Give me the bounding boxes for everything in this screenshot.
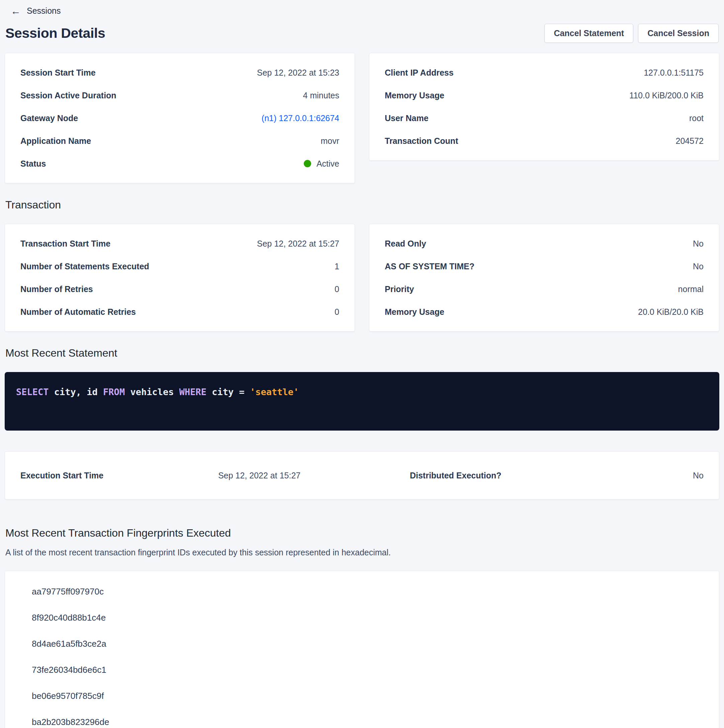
kv-label: Number of Automatic Retries: [20, 307, 136, 317]
transaction-count-row: Transaction Count 204572: [385, 136, 704, 145]
transaction-right-card: Read Only No AS OF SYSTEM TIME? No Prior…: [369, 224, 719, 332]
status-row: Status Active: [20, 159, 339, 168]
kv-label: Number of Statements Executed: [20, 262, 149, 271]
sql-token: SELECT: [16, 387, 49, 397]
statements-executed-row: Number of Statements Executed 1: [20, 262, 339, 271]
kv-value: 110.0 KiB/200.0 KiB: [629, 91, 704, 100]
sql-token: city =: [207, 387, 250, 397]
kv-value: normal: [678, 284, 704, 294]
kv-value: root: [689, 113, 704, 123]
execution-summary-card: Execution Start Time Sep 12, 2022 at 15:…: [5, 451, 719, 500]
kv-value: 4 minutes: [303, 91, 339, 100]
sql-token: vehicles: [125, 387, 179, 397]
status-active-dot: [304, 160, 311, 167]
sql-statement-box: SELECT city, id FROM vehicles WHERE city…: [5, 372, 719, 431]
read-only-row: Read Only No: [385, 239, 704, 248]
kv-label: Execution Start Time: [20, 470, 103, 480]
as-of-system-time-row: AS OF SYSTEM TIME? No: [385, 262, 704, 271]
transaction-left-card: Transaction Start Time Sep 12, 2022 at 1…: [5, 224, 355, 332]
sql-token: 'seattle': [250, 387, 299, 397]
sql-token: WHERE: [179, 387, 207, 397]
header-actions: Cancel Statement Cancel Session: [544, 24, 719, 43]
kv-label: Client IP Address: [385, 68, 454, 77]
fingerprint-id: ba2b203b823296de: [32, 717, 704, 727]
client-ip-row: Client IP Address 127.0.0.1:51175: [385, 68, 704, 77]
retries-row: Number of Retries 0: [20, 284, 339, 294]
back-arrow-icon[interactable]: ←: [11, 6, 21, 16]
memory-usage-row: Memory Usage 110.0 KiB/200.0 KiB: [385, 91, 704, 100]
fingerprint-id: 73fe26034bd6e6c1: [32, 665, 704, 675]
kv-value: Sep 12, 2022 at 15:27: [218, 470, 300, 480]
cancel-statement-button[interactable]: Cancel Statement: [544, 24, 633, 43]
kv-label: Number of Retries: [20, 284, 93, 294]
fingerprint-id: 8f920c40d88b1c4e: [32, 613, 704, 622]
transaction-section-heading: Transaction: [5, 199, 719, 211]
kv-label: Gateway Node: [20, 113, 78, 123]
fingerprint-id: aa79775ff097970c: [32, 586, 704, 596]
kv-label: Transaction Count: [385, 136, 458, 145]
kv-value: movr: [320, 136, 339, 145]
distributed-execution-row: Distributed Execution? No: [300, 470, 704, 480]
execution-start-time-row: Execution Start Time Sep 12, 2022 at 15:…: [20, 470, 300, 480]
priority-row: Priority normal: [385, 284, 704, 294]
kv-value: No: [693, 262, 704, 271]
kv-label: Status: [20, 159, 46, 168]
session-details-page: ← Sessions Session Details Cancel Statem…: [0, 0, 724, 728]
kv-label: Session Start Time: [20, 68, 96, 77]
application-name-row: Application Name movr: [20, 136, 339, 145]
kv-label: Session Active Duration: [20, 91, 116, 100]
fingerprints-description: A list of the most recent transaction fi…: [5, 548, 719, 557]
status-badge: Active: [304, 159, 339, 168]
kv-value: Sep 12, 2022 at 15:23: [257, 68, 339, 77]
sql-statement: SELECT city, id FROM vehicles WHERE city…: [16, 387, 299, 397]
kv-label: Application Name: [20, 136, 91, 145]
sql-token: city, id: [49, 387, 103, 397]
kv-label: Memory Usage: [385, 91, 444, 100]
fingerprints-section-heading: Most Recent Transaction Fingerprints Exe…: [5, 527, 719, 539]
breadcrumb[interactable]: ← Sessions: [5, 4, 719, 18]
sql-token: FROM: [103, 387, 125, 397]
automatic-retries-row: Number of Automatic Retries 0: [20, 307, 339, 317]
kv-label: Transaction Start Time: [20, 239, 110, 248]
session-summary-card: Session Start Time Sep 12, 2022 at 15:23…: [5, 53, 355, 184]
kv-value: 204572: [676, 136, 704, 145]
session-active-duration-row: Session Active Duration 4 minutes: [20, 91, 339, 100]
kv-value: 1: [335, 262, 339, 271]
kv-label: Memory Usage: [385, 307, 444, 317]
gateway-node-link[interactable]: (n1) 127.0.0.1:62674: [262, 113, 339, 123]
fingerprints-card: aa79775ff097970c 8f920c40d88b1c4e 8d4ae6…: [5, 571, 719, 728]
kv-label: Read Only: [385, 239, 426, 248]
session-summary-row: Session Start Time Sep 12, 2022 at 15:23…: [5, 53, 719, 184]
fingerprint-id: be06e9570f785c9f: [32, 691, 704, 701]
transaction-start-time-row: Transaction Start Time Sep 12, 2022 at 1…: [20, 239, 339, 248]
breadcrumb-sessions-link[interactable]: Sessions: [27, 6, 61, 16]
kv-value: 20.0 KiB/20.0 KiB: [638, 307, 704, 317]
kv-label: Distributed Execution?: [410, 470, 502, 480]
kv-label: User Name: [385, 113, 429, 123]
gateway-node-row: Gateway Node (n1) 127.0.0.1:62674: [20, 113, 339, 123]
session-start-time-row: Session Start Time Sep 12, 2022 at 15:23: [20, 68, 339, 77]
kv-value: 127.0.0.1:51175: [644, 68, 704, 77]
kv-value: No: [693, 239, 704, 248]
cancel-session-button[interactable]: Cancel Session: [638, 24, 719, 43]
client-summary-card: Client IP Address 127.0.0.1:51175 Memory…: [369, 53, 719, 161]
kv-label: AS OF SYSTEM TIME?: [385, 262, 475, 271]
txn-memory-usage-row: Memory Usage 20.0 KiB/20.0 KiB: [385, 307, 704, 317]
status-text: Active: [317, 159, 339, 168]
kv-value: 0: [335, 284, 339, 294]
transaction-summary-row: Transaction Start Time Sep 12, 2022 at 1…: [5, 224, 719, 332]
kv-value: No: [693, 470, 704, 480]
kv-label: Priority: [385, 284, 414, 294]
user-name-row: User Name root: [385, 113, 704, 123]
fingerprint-id: 8d4ae61a5fb3ce2a: [32, 639, 704, 649]
page-header: Session Details Cancel Statement Cancel …: [5, 24, 719, 43]
kv-value: Sep 12, 2022 at 15:27: [257, 239, 339, 248]
statement-section-heading: Most Recent Statement: [5, 347, 719, 359]
kv-value: 0: [335, 307, 339, 317]
page-title: Session Details: [5, 25, 106, 41]
